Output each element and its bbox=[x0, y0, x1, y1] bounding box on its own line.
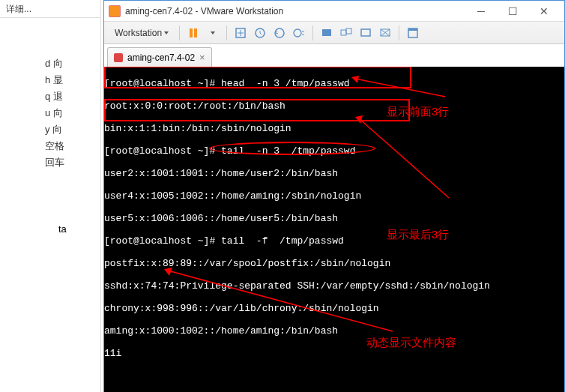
window-title: aming-cen7.4-02 - VMware Workstation bbox=[125, 6, 465, 16]
revert-button[interactable] bbox=[271, 24, 288, 42]
svg-rect-6 bbox=[346, 28, 351, 34]
terminal-line: bin:x:1:1:bin:/bin:/sbin/nologin bbox=[104, 123, 564, 134]
terminal-line: aming:x:1000:1002::/home/aming:/bin/bash bbox=[104, 325, 564, 337]
clock-back-icon bbox=[274, 27, 285, 39]
vm-tab[interactable]: aming-cen7.4-02 × bbox=[107, 47, 212, 67]
workstation-menu[interactable]: Workstation bbox=[109, 25, 175, 41]
divider bbox=[399, 25, 399, 40]
terminal[interactable]: [root@localhost ~]# head -n 3 /tmp/passw… bbox=[104, 67, 564, 392]
snapshot-button[interactable] bbox=[251, 24, 269, 42]
screen-icon bbox=[321, 27, 333, 39]
svg-rect-4 bbox=[322, 29, 331, 36]
terminal-line: sshd:x:74:74:Privilege-separated SSH:/va… bbox=[104, 280, 564, 292]
window-icon bbox=[407, 27, 419, 39]
left-item: d 向 bbox=[45, 55, 100, 72]
minimize-button[interactable]: ─ bbox=[465, 2, 497, 20]
left-item: y 向 bbox=[45, 121, 100, 138]
terminal-line: user4:x:1005:1002::/home/aming:/sbin/nol… bbox=[104, 190, 564, 202]
divider bbox=[226, 25, 227, 40]
box-icon bbox=[235, 27, 247, 39]
console-icon bbox=[360, 27, 372, 39]
stretch-button[interactable] bbox=[376, 24, 394, 42]
annotation-label: 动态显示文件内容 bbox=[366, 337, 456, 348]
chevron-down-icon bbox=[211, 31, 215, 34]
play-dropdown-button[interactable] bbox=[204, 24, 222, 42]
tab-bar: aming-cen7.4-02 × bbox=[104, 44, 564, 67]
terminal-line: chrony:x:998:996::/var/lib/chrony:/sbin/… bbox=[104, 303, 564, 314]
workstation-label: Workstation bbox=[115, 28, 162, 38]
vmware-icon bbox=[109, 5, 121, 17]
clock-icon bbox=[254, 27, 266, 39]
view-button[interactable] bbox=[404, 24, 422, 42]
close-button[interactable]: ✕ bbox=[528, 2, 560, 20]
left-bottom-item: ta bbox=[58, 223, 67, 235]
svg-point-3 bbox=[294, 29, 301, 37]
left-item: 空格 bbox=[45, 138, 100, 154]
divider bbox=[179, 25, 180, 40]
tab-label: aming-cen7.4-02 bbox=[127, 52, 195, 63]
send-ctrl-alt-del-button[interactable] bbox=[232, 24, 250, 42]
clock-list-icon bbox=[293, 27, 305, 39]
pause-button[interactable] bbox=[184, 24, 202, 42]
terminal-line: user5:x:1006:1006::/home/user5:/bin/bash bbox=[104, 213, 564, 224]
fullscreen-button[interactable] bbox=[318, 24, 336, 42]
left-item: 回车 bbox=[45, 154, 100, 171]
multi-screen-icon bbox=[340, 27, 352, 39]
terminal-line: postfix:x:89:89::/var/spool/postfix:/sbi… bbox=[104, 258, 564, 269]
close-icon[interactable]: × bbox=[199, 52, 205, 63]
vmware-window: aming-cen7.4-02 - VMware Workstation ─ ☐… bbox=[103, 0, 565, 392]
left-item: h 显 bbox=[45, 72, 100, 88]
terminal-line: [root@localhost ~]# tail -n 3 /tmp/passw… bbox=[104, 145, 564, 157]
maximize-button[interactable]: ☐ bbox=[497, 2, 528, 20]
svg-rect-5 bbox=[341, 30, 346, 35]
vm-icon bbox=[114, 53, 123, 62]
snapshot-manager-button[interactable] bbox=[290, 24, 308, 42]
svg-rect-7 bbox=[361, 29, 370, 36]
divider bbox=[312, 25, 313, 40]
window-titlebar: aming-cen7.4-02 - VMware Workstation ─ ☐… bbox=[104, 1, 564, 22]
left-item-list: d 向 h 显 q 退 u 向 y 向 空格 回车 bbox=[0, 18, 100, 171]
left-item: q 退 bbox=[45, 88, 100, 105]
terminal-line: [root@localhost ~]# tail -f /tmp/passwd bbox=[104, 235, 564, 247]
terminal-line: [root@localhost ~]# head -n 3 /tmp/passw… bbox=[104, 78, 564, 89]
svg-rect-10 bbox=[408, 28, 417, 31]
left-header: 详细... bbox=[0, 0, 100, 18]
unity-button[interactable] bbox=[337, 24, 355, 42]
console-view-button[interactable] bbox=[357, 24, 375, 42]
stretch-icon bbox=[379, 27, 391, 39]
left-item: u 向 bbox=[45, 105, 100, 121]
terminal-line: 11i bbox=[104, 348, 564, 359]
chevron-down-icon bbox=[164, 31, 169, 34]
pause-icon bbox=[190, 28, 197, 37]
menubar: Workstation bbox=[104, 22, 564, 44]
terminal-line: root:x:0:0:root:/root:/bin/bash bbox=[104, 100, 564, 112]
terminal-line: user2:x:1001:1001::/home/user2:/bin/bash bbox=[104, 168, 564, 179]
left-side-panel: 详细... d 向 h 显 q 退 u 向 y 向 空格 回车 ta bbox=[0, 0, 101, 392]
